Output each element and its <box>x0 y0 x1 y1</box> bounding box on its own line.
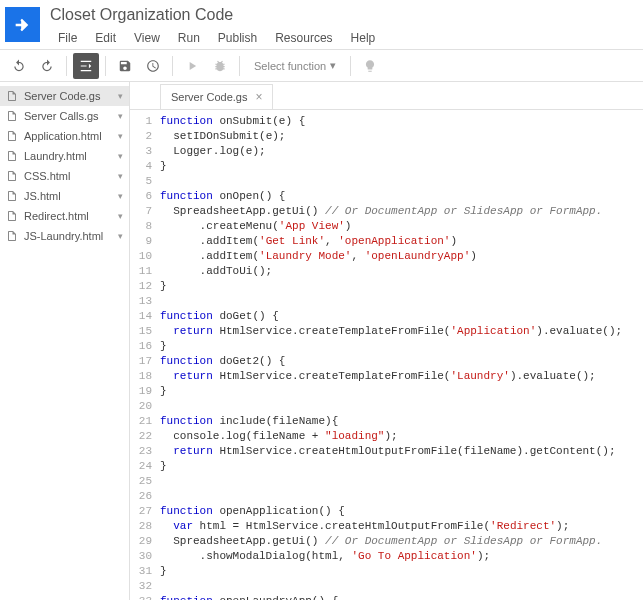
chevron-down-icon[interactable]: ▾ <box>118 151 123 161</box>
toolbar: Select function▾ <box>0 50 643 82</box>
project-title[interactable]: Closet Organization Code <box>50 2 383 28</box>
triggers-button[interactable] <box>140 53 166 79</box>
header: Closet Organization Code FileEditViewRun… <box>0 0 643 50</box>
lightbulb-button[interactable] <box>357 53 383 79</box>
chevron-down-icon[interactable]: ▾ <box>118 231 123 241</box>
menu-bar: FileEditViewRunPublishResourcesHelp <box>50 28 383 48</box>
undo-button[interactable] <box>6 53 32 79</box>
menu-view[interactable]: View <box>126 28 168 48</box>
file-icon <box>6 230 18 242</box>
file-item[interactable]: Server Calls.gs▾ <box>0 106 129 126</box>
file-name: Server Calls.gs <box>24 110 118 122</box>
tab-bar: Server Code.gs × <box>130 82 643 110</box>
file-name: Application.html <box>24 130 118 142</box>
separator <box>239 56 240 76</box>
file-item[interactable]: JS-Laundry.html▾ <box>0 226 129 246</box>
file-item[interactable]: Laundry.html▾ <box>0 146 129 166</box>
file-icon <box>6 190 18 202</box>
menu-resources[interactable]: Resources <box>267 28 340 48</box>
select-function-dropdown[interactable]: Select function▾ <box>246 59 344 72</box>
tab-server-code[interactable]: Server Code.gs × <box>160 84 273 109</box>
separator <box>105 56 106 76</box>
chevron-down-icon[interactable]: ▾ <box>118 171 123 181</box>
file-name: Server Code.gs <box>24 90 118 102</box>
file-icon <box>6 210 18 222</box>
indent-button[interactable] <box>73 53 99 79</box>
main-area: Server Code.gs▾Server Calls.gs▾Applicati… <box>0 82 643 600</box>
chevron-down-icon[interactable]: ▾ <box>118 91 123 101</box>
chevron-down-icon[interactable]: ▾ <box>118 131 123 141</box>
chevron-down-icon[interactable]: ▾ <box>118 111 123 121</box>
menu-help[interactable]: Help <box>343 28 384 48</box>
menu-file[interactable]: File <box>50 28 85 48</box>
debug-button[interactable] <box>207 53 233 79</box>
file-name: CSS.html <box>24 170 118 182</box>
chevron-down-icon: ▾ <box>330 59 336 72</box>
separator <box>350 56 351 76</box>
file-item[interactable]: Server Code.gs▾ <box>0 86 129 106</box>
editor: Server Code.gs × 12345678910111213141516… <box>130 82 643 600</box>
code-content[interactable]: function onSubmit(e) { setIDOnSubmit(e);… <box>160 110 643 600</box>
close-icon[interactable]: × <box>255 90 262 104</box>
file-name: Redirect.html <box>24 210 118 222</box>
run-button[interactable] <box>179 53 205 79</box>
file-icon <box>6 90 18 102</box>
file-item[interactable]: Application.html▾ <box>0 126 129 146</box>
file-icon <box>6 110 18 122</box>
save-button[interactable] <box>112 53 138 79</box>
file-icon <box>6 170 18 182</box>
file-item[interactable]: Redirect.html▾ <box>0 206 129 226</box>
tab-label: Server Code.gs <box>171 91 247 103</box>
redo-button[interactable] <box>34 53 60 79</box>
file-icon <box>6 130 18 142</box>
chevron-down-icon[interactable]: ▾ <box>118 191 123 201</box>
menu-run[interactable]: Run <box>170 28 208 48</box>
apps-script-logo[interactable] <box>5 7 40 42</box>
code-editor[interactable]: 1234567891011121314151617181920212223242… <box>130 110 643 600</box>
separator <box>66 56 67 76</box>
separator <box>172 56 173 76</box>
menu-publish[interactable]: Publish <box>210 28 265 48</box>
chevron-down-icon[interactable]: ▾ <box>118 211 123 221</box>
file-name: JS.html <box>24 190 118 202</box>
file-item[interactable]: CSS.html▾ <box>0 166 129 186</box>
file-name: Laundry.html <box>24 150 118 162</box>
file-item[interactable]: JS.html▾ <box>0 186 129 206</box>
line-gutter: 1234567891011121314151617181920212223242… <box>130 110 160 600</box>
file-icon <box>6 150 18 162</box>
file-sidebar: Server Code.gs▾Server Calls.gs▾Applicati… <box>0 82 130 600</box>
file-name: JS-Laundry.html <box>24 230 118 242</box>
menu-edit[interactable]: Edit <box>87 28 124 48</box>
